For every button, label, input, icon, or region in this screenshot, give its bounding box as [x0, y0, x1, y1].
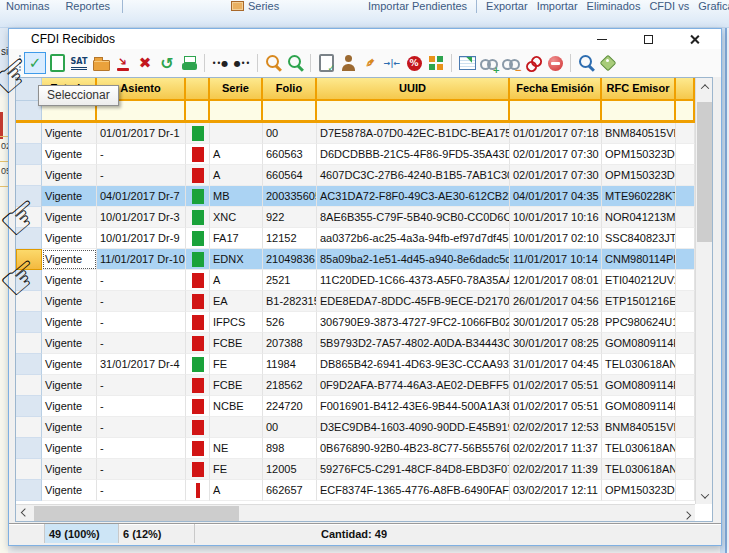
menu-item[interactable]: Importar: [537, 0, 578, 13]
cell-fecha-emision[interactable]: 30/01/2017 08:25: [510, 333, 602, 354]
cell-uuid[interactable]: D7E5878A-07D0-42EC-B1DC-BEA1752: [317, 123, 510, 144]
cell-serie[interactable]: IFPCS: [210, 312, 263, 333]
dots-a-icon[interactable]: [209, 52, 231, 74]
row-selector[interactable]: [16, 354, 42, 375]
cell-status[interactable]: [186, 312, 210, 333]
cell-estado[interactable]: Vigente: [42, 165, 97, 186]
filter-serie[interactable]: [210, 101, 263, 120]
table-row[interactable]: Vigente 11/01/2017 Dr-10 EDNX 21049836 8…: [16, 249, 695, 270]
cell-fecha-emision[interactable]: 02/01/2017 07:30: [510, 144, 602, 165]
cell-folio[interactable]: 12152: [263, 228, 317, 249]
cell-folio[interactable]: 12005: [263, 459, 317, 480]
cell-uuid[interactable]: F0016901-B412-43E6-9B44-500A1A3B: [317, 396, 510, 417]
zoom-in-icon[interactable]: [284, 52, 306, 74]
col-header-serie[interactable]: Serie: [210, 78, 263, 101]
cell-estado[interactable]: Vigente: [42, 333, 97, 354]
cell-fecha-emision[interactable]: 04/01/2017 04:35: [510, 186, 602, 207]
filter-status[interactable]: [186, 101, 210, 120]
cell-rfc-emisor[interactable]: GOM0809114P5: [602, 396, 676, 417]
table-edit-icon[interactable]: [456, 52, 478, 74]
stamp-icon[interactable]: [359, 52, 381, 74]
table-row[interactable]: Vigente - FCBE 218562 0F9D2AFA-B774-46A3…: [16, 375, 695, 396]
new-document-icon[interactable]: [46, 52, 68, 74]
vertical-scrollbar[interactable]: [695, 78, 712, 504]
cell-rfc-emisor[interactable]: TEL030618AN8: [602, 354, 676, 375]
cell-uuid[interactable]: 5B9793D2-7A57-4802-A0DA-B34443C0: [317, 333, 510, 354]
cell-uuid[interactable]: aa0372b6-ac25-4a3a-94fb-ef97d7df45e: [317, 228, 510, 249]
cell-rfc-emisor[interactable]: BNM840515VB1: [602, 417, 676, 438]
cell-fecha-emision[interactable]: 12/01/2017 08:01: [510, 270, 602, 291]
table-row[interactable]: Vigente - FE 12005 59276FC5-C291-48CF-84…: [16, 459, 695, 480]
cell-uuid[interactable]: 11C20DED-1C66-4373-A5F0-78A35AA5: [317, 270, 510, 291]
cell-estado[interactable]: Vigente: [42, 144, 97, 165]
cell-serie[interactable]: FA17: [210, 228, 263, 249]
cell-uuid[interactable]: 8AE6B355-C79F-5B40-9CB0-CC0D6CC: [317, 207, 510, 228]
row-selector[interactable]: [16, 417, 42, 438]
horizontal-scroll-thumb[interactable]: [34, 506, 239, 521]
table-row[interactable]: Vigente 10/01/2017 Dr-9 FA17 12152 aa037…: [16, 228, 695, 249]
cell-folio[interactable]: 207388: [263, 333, 317, 354]
col-header-folio[interactable]: Folio: [263, 78, 317, 101]
cell-fecha-emision[interactable]: 02/02/2017 11:39: [510, 459, 602, 480]
cell-folio[interactable]: 662657: [263, 480, 317, 501]
cell-uuid[interactable]: AC31DA72-F8F0-49C3-AE30-612CB230: [317, 186, 510, 207]
paste-check-icon[interactable]: [315, 52, 337, 74]
cell-serie[interactable]: A: [210, 144, 263, 165]
cell-status[interactable]: [186, 480, 210, 501]
cell-asiento[interactable]: 01/01/2017 Dr-1: [97, 123, 186, 144]
table-row[interactable]: Vigente - A 662657 ECF8374F-1365-4776-A8…: [16, 480, 695, 501]
cell-status[interactable]: [186, 228, 210, 249]
percent-icon[interactable]: [403, 52, 425, 74]
scroll-right-icon[interactable]: [678, 505, 695, 522]
row-selector[interactable]: [16, 165, 42, 186]
cell-fecha-emision[interactable]: 10/01/2017 02:10: [510, 228, 602, 249]
cell-rfc-emisor[interactable]: NOR041213MX4: [602, 207, 676, 228]
cell-status[interactable]: [186, 396, 210, 417]
cell-estado[interactable]: Vigente: [42, 354, 97, 375]
open-folder-icon[interactable]: [90, 52, 112, 74]
cell-asiento[interactable]: 10/01/2017 Dr-3: [97, 207, 186, 228]
cell-folio[interactable]: 2521: [263, 270, 317, 291]
cell-folio[interactable]: 898: [263, 438, 317, 459]
cell-status[interactable]: [186, 249, 210, 270]
tag-icon[interactable]: [597, 52, 619, 74]
cell-uuid[interactable]: EDE8EDA7-8DDC-45FB-9ECE-D2170EA: [317, 291, 510, 312]
cell-asiento[interactable]: -: [97, 270, 186, 291]
search-icon[interactable]: [575, 52, 597, 74]
cell-serie[interactable]: A: [210, 270, 263, 291]
cell-estado[interactable]: Vigente: [42, 438, 97, 459]
menu-item[interactable]: Exportar: [486, 0, 528, 13]
menu-item[interactable]: Eliminados: [587, 0, 641, 13]
cell-rfc-emisor[interactable]: TEL030618AN8: [602, 438, 676, 459]
table-row[interactable]: Vigente - A 2521 11C20DED-1C66-4373-A5F0…: [16, 270, 695, 291]
dots-b-icon[interactable]: [231, 52, 253, 74]
link-add-icon[interactable]: +: [478, 52, 500, 74]
cell-rfc-emisor[interactable]: TEL030618AN8: [602, 459, 676, 480]
cell-folio[interactable]: 00: [263, 417, 317, 438]
cell-asiento[interactable]: -: [97, 438, 186, 459]
zoom-out-icon[interactable]: [262, 52, 284, 74]
cell-fecha-emision[interactable]: 01/02/2017 05:51: [510, 375, 602, 396]
cell-fecha-emision[interactable]: 01/01/2017 07:18: [510, 123, 602, 144]
cell-serie[interactable]: FE: [210, 459, 263, 480]
cell-serie[interactable]: XNC: [210, 207, 263, 228]
col-header-fecha[interactable]: Fecha Emisión: [510, 78, 602, 101]
menu-item[interactable]: CFDI vs: [649, 0, 689, 13]
cell-rfc-emisor[interactable]: CNM980114PI2: [602, 249, 676, 270]
table-row[interactable]: Vigente - A 660564 4607DC3C-27B6-4240-B1…: [16, 165, 695, 186]
cell-folio[interactable]: 224720: [263, 396, 317, 417]
cell-fecha-emision[interactable]: 02/02/2017 11:37: [510, 438, 602, 459]
print-icon[interactable]: [178, 52, 200, 74]
row-selector[interactable]: [16, 123, 42, 144]
row-selector[interactable]: [16, 459, 42, 480]
cell-estado[interactable]: Vigente: [42, 459, 97, 480]
delete-icon[interactable]: [134, 52, 156, 74]
cell-folio[interactable]: 660563: [263, 144, 317, 165]
cell-folio[interactable]: 922: [263, 207, 317, 228]
cell-uuid[interactable]: 306790E9-3873-4727-9FC2-1066FB02B: [317, 312, 510, 333]
cell-serie[interactable]: A: [210, 165, 263, 186]
vertical-scroll-thumb[interactable]: [697, 102, 712, 242]
scroll-up-icon[interactable]: [696, 78, 713, 95]
cell-fecha-emision[interactable]: 11/01/2017 10:14: [510, 249, 602, 270]
cell-serie[interactable]: EA: [210, 291, 263, 312]
